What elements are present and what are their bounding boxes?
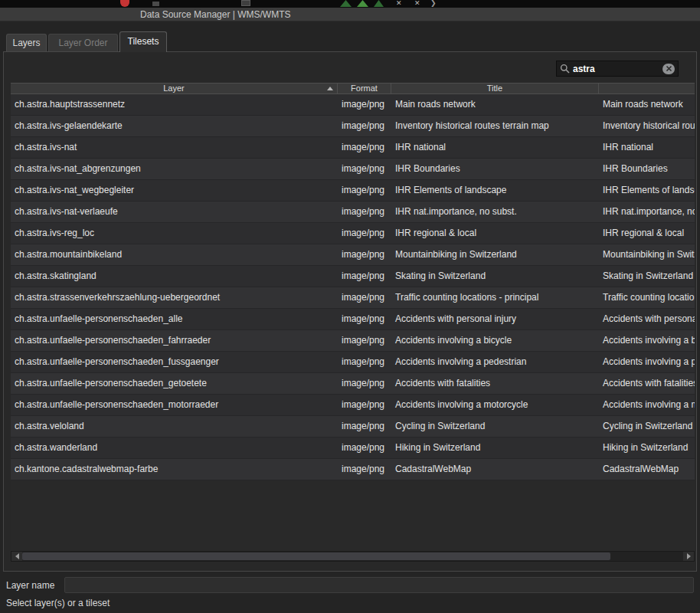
table-row[interactable]: ch.astra.ivs-nat-verlaeufe image/png IHR…: [11, 202, 695, 223]
cell-title[interactable]: Main roads network: [391, 94, 599, 115]
cell-format[interactable]: image/png: [338, 94, 391, 115]
cell-format[interactable]: image/png: [338, 223, 391, 244]
table-row[interactable]: ch.astra.unfaelle-personenschaeden_motor…: [11, 395, 695, 416]
table-row[interactable]: ch.astra.unfaelle-personenschaeden_getoe…: [11, 373, 695, 395]
cell-format[interactable]: image/png: [338, 309, 391, 329]
cell-format[interactable]: image/png: [338, 287, 391, 308]
cell-abstract[interactable]: IHR nat.importance, no subst.: [599, 202, 695, 222]
table-row[interactable]: ch.astra.mountainbikeland image/png Moun…: [11, 244, 695, 266]
tab-layers[interactable]: Layers: [6, 34, 47, 51]
cell-layer[interactable]: ch.astra.wanderland: [11, 438, 338, 458]
tab-tilesets[interactable]: Tilesets: [119, 31, 167, 52]
search-input[interactable]: [573, 64, 659, 74]
search-box[interactable]: [556, 61, 679, 77]
column-header-layer[interactable]: Layer: [11, 84, 338, 93]
table-row[interactable]: ch.astra.skatingland image/png Skating i…: [11, 266, 695, 287]
table-row[interactable]: ch.astra.ivs-gelaendekarte image/png Inv…: [11, 116, 695, 137]
cell-title[interactable]: CadastralWebMap: [391, 459, 599, 480]
cell-title[interactable]: Traffic counting locations - principal: [391, 287, 599, 308]
cell-format[interactable]: image/png: [338, 416, 391, 437]
cell-layer[interactable]: ch.astra.unfaelle-personenschaeden_motor…: [11, 395, 338, 415]
clear-search-icon[interactable]: [662, 64, 675, 74]
cell-abstract[interactable]: Accidents involving a pedestrian: [599, 352, 695, 372]
cell-layer[interactable]: ch.astra.hauptstrassennetz: [11, 94, 338, 115]
table-row[interactable]: ch.astra.unfaelle-personenschaeden_fahrr…: [11, 330, 695, 352]
cell-title[interactable]: Mountainbiking in Switzerland: [391, 244, 599, 265]
table-row[interactable]: ch.astra.wanderland image/png Hiking in …: [11, 438, 695, 459]
cell-layer[interactable]: ch.kantone.cadastralwebmap-farbe: [11, 459, 338, 480]
cell-abstract[interactable]: Skating in Switzerland: [599, 266, 695, 287]
cell-layer[interactable]: ch.astra.ivs-nat_wegbegleiter: [11, 180, 338, 201]
cell-format[interactable]: image/png: [338, 459, 391, 480]
cell-abstract[interactable]: Inventory historical routes terrain map: [599, 116, 695, 136]
cell-format[interactable]: image/png: [338, 159, 391, 179]
cell-abstract[interactable]: CadastralWebMap: [599, 459, 695, 480]
scroll-right-icon[interactable]: [683, 552, 694, 561]
cell-abstract[interactable]: IHR Boundaries: [599, 159, 695, 179]
table-row[interactable]: ch.astra.hauptstrassennetz image/png Mai…: [11, 94, 695, 116]
table-row[interactable]: ch.astra.ivs-nat image/png IHR national …: [11, 137, 695, 159]
cell-title[interactable]: Skating in Switzerland: [391, 266, 599, 287]
cell-title[interactable]: Accidents involving a bicycle: [391, 330, 599, 351]
cell-title[interactable]: IHR regional & local: [391, 223, 599, 244]
table-row[interactable]: ch.astra.veloland image/png Cycling in S…: [11, 416, 695, 438]
table-row[interactable]: ch.astra.ivs-reg_loc image/png IHR regio…: [11, 223, 695, 244]
table-row[interactable]: ch.astra.ivs-nat_wegbegleiter image/png …: [11, 180, 695, 202]
cell-abstract[interactable]: IHR national: [599, 137, 695, 158]
cell-abstract[interactable]: Accidents involving a motorcycle: [599, 395, 695, 415]
cell-title[interactable]: IHR national: [391, 137, 599, 158]
cell-abstract[interactable]: Cycling in Switzerland: [599, 416, 695, 437]
cell-abstract[interactable]: Accidents involving a bicycle: [599, 330, 695, 351]
cell-abstract[interactable]: Traffic counting locations - principal: [599, 287, 695, 308]
cell-layer[interactable]: ch.astra.strassenverkehrszaehlung-ueberg…: [11, 287, 338, 308]
cell-layer[interactable]: ch.astra.unfaelle-personenschaeden_getoe…: [11, 373, 338, 394]
table-row[interactable]: ch.astra.unfaelle-personenschaeden_alle …: [11, 309, 695, 330]
column-header-abstract[interactable]: [599, 84, 695, 93]
layer-name-input[interactable]: [64, 577, 694, 593]
cell-format[interactable]: image/png: [338, 395, 391, 415]
cell-title[interactable]: Inventory historical routes terrain map: [391, 116, 599, 136]
cell-title[interactable]: Cycling in Switzerland: [391, 416, 599, 437]
cell-layer[interactable]: ch.astra.ivs-nat_abgrenzungen: [11, 159, 338, 179]
horizontal-scrollbar[interactable]: [11, 551, 695, 562]
cell-layer[interactable]: ch.astra.unfaelle-personenschaeden_fussg…: [11, 352, 338, 372]
cell-abstract[interactable]: Hiking in Switzerland: [599, 438, 695, 458]
cell-format[interactable]: image/png: [338, 266, 391, 287]
table-row[interactable]: ch.astra.ivs-nat_abgrenzungen image/png …: [11, 159, 695, 180]
cell-layer[interactable]: ch.astra.unfaelle-personenschaeden_fahrr…: [11, 330, 338, 351]
cell-layer[interactable]: ch.astra.ivs-reg_loc: [11, 223, 338, 244]
cell-layer[interactable]: ch.astra.ivs-nat: [11, 137, 338, 158]
cell-format[interactable]: image/png: [338, 202, 391, 222]
cell-title[interactable]: Accidents involving a motorcycle: [391, 395, 599, 415]
cell-layer[interactable]: ch.astra.ivs-nat-verlaeufe: [11, 202, 338, 222]
cell-abstract[interactable]: IHR regional & local: [599, 223, 695, 244]
column-header-format[interactable]: Format: [338, 84, 391, 93]
cell-abstract[interactable]: Accidents with fatalities: [599, 373, 695, 394]
cell-abstract[interactable]: Accidents with personal injury: [599, 309, 695, 329]
scroll-left-icon[interactable]: [11, 552, 22, 561]
scrollbar-track[interactable]: [22, 552, 683, 561]
cell-format[interactable]: image/png: [338, 137, 391, 158]
cell-format[interactable]: image/png: [338, 438, 391, 458]
cell-title[interactable]: Accidents involving a pedestrian: [391, 352, 599, 372]
cell-title[interactable]: Accidents with personal injury: [391, 309, 599, 329]
table-row[interactable]: ch.kantone.cadastralwebmap-farbe image/p…: [11, 459, 695, 480]
cell-layer[interactable]: ch.astra.skatingland: [11, 266, 338, 287]
cell-layer[interactable]: ch.astra.ivs-gelaendekarte: [11, 116, 338, 136]
table-row[interactable]: ch.astra.unfaelle-personenschaeden_fussg…: [11, 352, 695, 373]
column-header-title[interactable]: Title: [391, 84, 599, 93]
cell-layer[interactable]: ch.astra.mountainbikeland: [11, 244, 338, 265]
cell-title[interactable]: Accidents with fatalities: [391, 373, 599, 394]
scrollbar-thumb[interactable]: [22, 552, 610, 560]
cell-abstract[interactable]: IHR Elements of landscape: [599, 180, 695, 201]
cell-abstract[interactable]: Mountainbiking in Switzerland: [599, 244, 695, 265]
dialog-titlebar[interactable]: Data Source Manager | WMS/WMTS: [0, 8, 700, 21]
cell-format[interactable]: image/png: [338, 352, 391, 372]
cell-format[interactable]: image/png: [338, 373, 391, 394]
cell-layer[interactable]: ch.astra.veloland: [11, 416, 338, 437]
cell-format[interactable]: image/png: [338, 330, 391, 351]
cell-abstract[interactable]: Main roads network: [599, 94, 695, 115]
cell-format[interactable]: image/png: [338, 180, 391, 201]
cell-format[interactable]: image/png: [338, 116, 391, 136]
cell-format[interactable]: image/png: [338, 244, 391, 265]
